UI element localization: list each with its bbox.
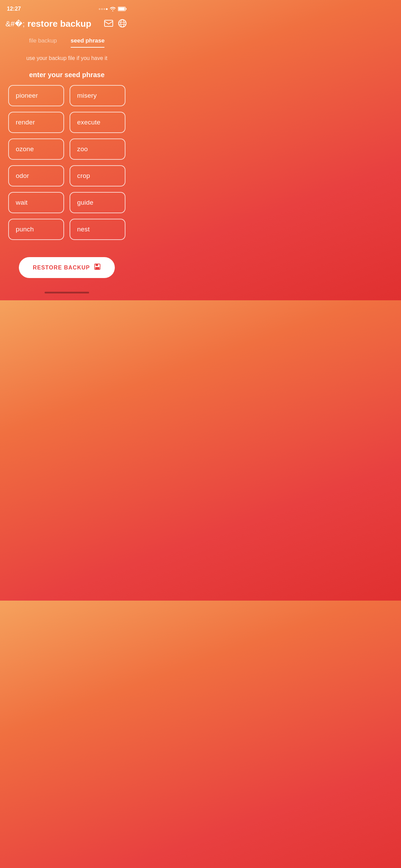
seed-word-10[interactable]: guide	[70, 192, 125, 213]
svg-point-4	[119, 20, 126, 27]
home-indicator	[0, 288, 134, 300]
seed-word-5[interactable]: ozone	[8, 138, 64, 160]
mail-icon[interactable]	[104, 20, 113, 28]
restore-button-label: RESTORE BACKUP	[33, 265, 90, 271]
battery-icon	[118, 7, 127, 11]
seed-word-1[interactable]: pioneer	[8, 85, 64, 106]
save-icon	[94, 263, 101, 272]
seed-word-2[interactable]: misery	[70, 85, 125, 106]
tab-seed-phrase[interactable]: seed phrase	[71, 37, 105, 48]
seed-word-7[interactable]: odor	[8, 165, 64, 186]
globe-icon[interactable]	[118, 19, 127, 29]
svg-rect-3	[105, 20, 113, 26]
seed-word-9[interactable]: wait	[8, 192, 64, 213]
seed-word-4[interactable]: execute	[70, 112, 125, 133]
wifi-icon	[110, 7, 116, 11]
seed-word-8[interactable]: crop	[70, 165, 125, 186]
page-title: restore backup	[27, 19, 91, 29]
home-bar	[45, 292, 89, 293]
status-icons	[99, 7, 127, 11]
seed-word-12[interactable]: nest	[70, 219, 125, 240]
section-title: enter your seed phrase	[0, 63, 134, 85]
svg-point-5	[121, 20, 124, 27]
header: &#�; restore backup	[0, 15, 134, 35]
svg-rect-2	[126, 8, 126, 10]
restore-backup-button[interactable]: RESTORE BACKUP	[19, 257, 115, 278]
status-bar: 12:27	[0, 0, 134, 15]
header-right	[104, 19, 127, 29]
svg-rect-10	[95, 267, 99, 269]
back-button[interactable]: &#�;	[5, 20, 25, 28]
svg-rect-1	[118, 8, 125, 10]
seed-word-11[interactable]: punch	[8, 219, 64, 240]
svg-rect-11	[98, 264, 99, 266]
seed-word-3[interactable]: render	[8, 112, 64, 133]
tab-bar: file backup seed phrase	[0, 35, 134, 48]
signal-icon	[99, 8, 108, 10]
header-left: &#�; restore backup	[5, 19, 91, 29]
subtitle: use your backup file if you have it	[0, 49, 134, 63]
tab-file-backup[interactable]: file backup	[29, 37, 57, 48]
status-time: 12:27	[7, 6, 21, 12]
svg-rect-9	[96, 264, 98, 266]
seed-word-6[interactable]: zoo	[70, 138, 125, 160]
restore-button-wrapper: RESTORE BACKUP	[0, 240, 134, 288]
seed-phrase-grid: pioneer misery render execute ozone zoo …	[0, 85, 134, 240]
